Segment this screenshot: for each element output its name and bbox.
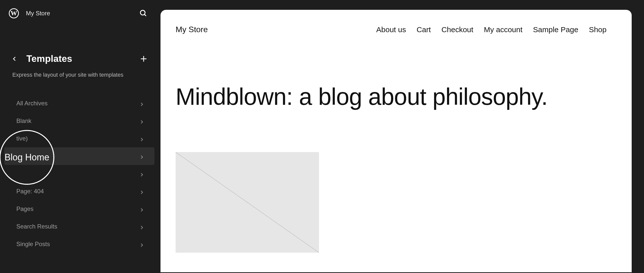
template-item[interactable]: Blank <box>4 112 154 130</box>
template-item[interactable]: tive) <box>4 130 154 147</box>
wordpress-logo-icon[interactable]: W <box>9 8 19 18</box>
template-item-label: tive) <box>16 135 28 142</box>
template-item[interactable]: Pages <box>4 200 154 218</box>
post-thumbnail-placeholder[interactable] <box>176 152 319 253</box>
chevron-right-icon <box>139 189 144 194</box>
chevron-left-icon <box>12 56 17 62</box>
editor-sidebar: W My Store Templates <box>1 1 158 272</box>
template-item[interactable] <box>4 147 154 165</box>
section-description: Express the layout of your site with tem… <box>1 64 158 79</box>
chevron-right-icon <box>139 224 144 229</box>
template-item[interactable]: Page: 404 <box>4 183 154 200</box>
preview-site-header: My Store About usCartCheckoutMy accountS… <box>160 10 632 34</box>
plus-icon <box>140 55 147 63</box>
template-item[interactable]: Single Posts <box>4 235 154 253</box>
back-button[interactable] <box>10 55 19 63</box>
chevron-right-icon <box>139 136 144 141</box>
template-list: All ArchivesBlanktive)Page: 404PagesSear… <box>1 95 158 253</box>
preview-primary-nav: About usCartCheckoutMy accountSample Pag… <box>376 25 607 34</box>
placeholder-icon <box>176 152 319 253</box>
template-preview-canvas[interactable]: My Store About usCartCheckoutMy accountS… <box>160 10 632 272</box>
add-template-button[interactable] <box>139 55 148 63</box>
template-item[interactable] <box>4 165 154 183</box>
template-item-label: Page: 404 <box>16 188 44 195</box>
chevron-right-icon <box>139 101 144 106</box>
nav-link[interactable]: Shop <box>589 25 607 34</box>
svg-point-0 <box>140 10 145 15</box>
canvas-wrapper: My Store About usCartCheckoutMy accountS… <box>158 1 643 272</box>
template-item[interactable]: Search Results <box>4 218 154 235</box>
template-item-label: Search Results <box>16 223 57 230</box>
search-icon <box>139 9 147 17</box>
chevron-right-icon <box>139 207 144 211</box>
template-item-label: Pages <box>16 205 33 212</box>
preview-hero-title: Mindblown: a blog about philosophy. <box>176 84 617 109</box>
section-title: Templates <box>26 54 139 64</box>
template-item-label: Single Posts <box>16 241 50 248</box>
template-item[interactable]: All Archives <box>4 95 154 112</box>
chevron-right-icon <box>139 154 144 158</box>
nav-link[interactable]: Sample Page <box>533 25 578 34</box>
nav-link[interactable]: My account <box>484 25 522 34</box>
app-root: W My Store Templates <box>0 0 644 273</box>
preview-site-title[interactable]: My Store <box>176 25 208 34</box>
nav-link[interactable]: Checkout <box>441 25 473 34</box>
site-name[interactable]: My Store <box>26 10 139 17</box>
template-item-label: All Archives <box>16 100 48 107</box>
preview-post-grid <box>160 109 632 253</box>
preview-hero: Mindblown: a blog about philosophy. <box>160 34 632 109</box>
templates-header: Templates <box>1 54 158 64</box>
sidebar-top-bar: W My Store <box>1 1 158 26</box>
chevron-right-icon <box>139 171 144 176</box>
nav-link[interactable]: Cart <box>417 25 431 34</box>
nav-link[interactable]: About us <box>376 25 406 34</box>
svg-line-4 <box>176 152 319 253</box>
search-button[interactable] <box>139 9 148 18</box>
template-item-label: Blank <box>16 117 31 124</box>
chevron-right-icon <box>139 119 144 123</box>
chevron-right-icon <box>139 242 144 246</box>
svg-line-1 <box>144 14 146 16</box>
